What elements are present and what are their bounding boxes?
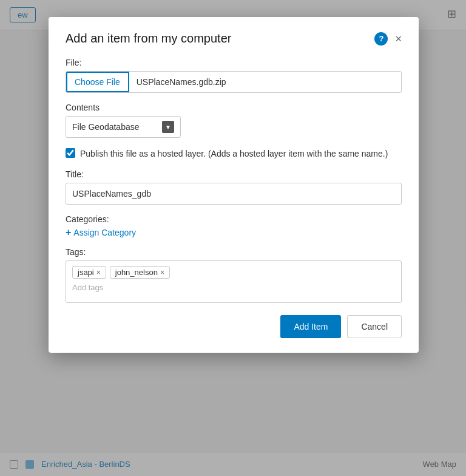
tag-name: jsapi <box>78 268 94 277</box>
plus-icon: + <box>66 228 71 237</box>
title-label: Title: <box>66 169 402 179</box>
tag-chip: jsapi× <box>72 266 106 279</box>
choose-file-button[interactable]: Choose File <box>66 72 129 92</box>
tag-name: john_nelson <box>115 268 158 277</box>
tag-chip: john_nelson× <box>110 266 170 279</box>
tags-label: Tags: <box>66 247 402 257</box>
publish-checkbox[interactable] <box>66 148 75 158</box>
file-section: File: Choose File USPlaceNames.gdb.zip <box>66 58 402 93</box>
file-picker: Choose File USPlaceNames.gdb.zip <box>66 71 402 93</box>
file-label: File: <box>66 58 402 67</box>
add-item-button[interactable]: Add Item <box>280 315 341 338</box>
modal-footer: Add Item Cancel <box>66 315 402 338</box>
tag-remove-button[interactable]: × <box>160 269 164 276</box>
contents-dropdown[interactable]: File Geodatabase ▼ <box>66 116 181 138</box>
tags-list: jsapi×john_nelson× <box>72 266 395 279</box>
help-icon[interactable]: ? <box>374 32 388 46</box>
tags-placeholder: Add tags <box>72 283 103 292</box>
cancel-button[interactable]: Cancel <box>347 315 402 338</box>
modal-header: Add an item from my computer ? × <box>66 32 402 46</box>
modal-title: Add an item from my computer <box>66 32 231 46</box>
title-input[interactable] <box>66 183 402 205</box>
contents-selected-value: File Geodatabase <box>72 122 140 132</box>
categories-label: Categories: <box>66 214 402 224</box>
close-icon[interactable]: × <box>395 33 402 44</box>
categories-section: Categories: + Assign Category <box>66 214 402 237</box>
publish-checkbox-row: Publish this file as a hosted layer. (Ad… <box>66 148 402 160</box>
tags-box[interactable]: jsapi×john_nelson× Add tags <box>66 260 402 303</box>
publish-checkbox-label: Publish this file as a hosted layer. (Ad… <box>80 148 388 160</box>
dropdown-arrow-icon: ▼ <box>162 121 174 133</box>
selected-file-name: USPlaceNames.gdb.zip <box>129 77 401 87</box>
contents-label: Contents <box>66 103 402 112</box>
add-item-modal: Add an item from my computer ? × File: C… <box>49 17 419 353</box>
assign-category-button[interactable]: + Assign Category <box>66 228 402 237</box>
title-section: Title: <box>66 169 402 205</box>
tag-remove-button[interactable]: × <box>96 269 101 276</box>
tags-section: Tags: jsapi×john_nelson× Add tags <box>66 247 402 303</box>
modal-header-icons: ? × <box>374 32 402 46</box>
modal-backdrop: Add an item from my computer ? × File: C… <box>0 0 466 476</box>
contents-section: Contents File Geodatabase ▼ <box>66 103 402 138</box>
assign-category-label: Assign Category <box>73 228 136 237</box>
